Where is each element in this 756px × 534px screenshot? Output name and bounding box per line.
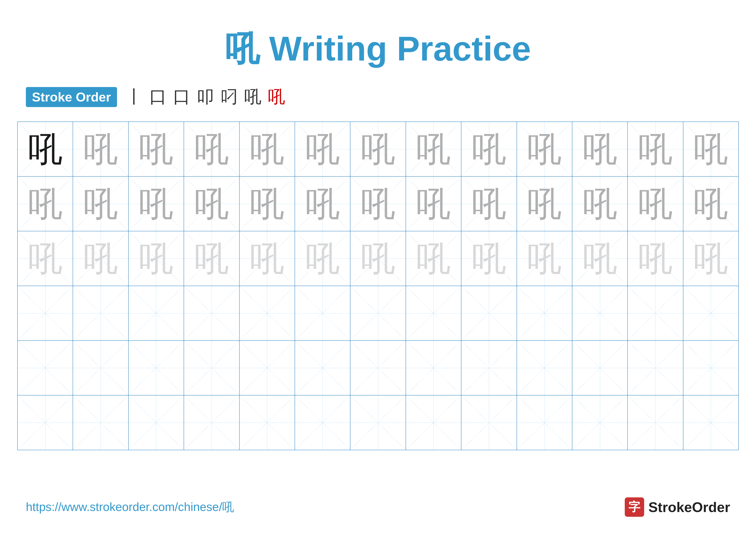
grid-cell-0-12[interactable]: 吼 xyxy=(683,122,738,176)
grid-cell-2-3[interactable]: 吼 xyxy=(184,231,239,286)
grid-cell-0-1[interactable]: 吼 xyxy=(73,122,128,176)
grid-cell-1-2[interactable]: 吼 xyxy=(129,177,184,231)
stroke-sequence: 丨 ⼝ 口 叩 叼 吼 吼 xyxy=(126,85,285,109)
grid-cell-3-8[interactable] xyxy=(461,286,517,340)
grid-cell-4-7[interactable] xyxy=(406,341,461,395)
grid-cell-2-7[interactable]: 吼 xyxy=(406,231,461,286)
grid-cell-4-8[interactable] xyxy=(461,341,517,395)
grid-cell-4-12[interactable] xyxy=(683,341,738,395)
stroke-order-badge: Stroke Order xyxy=(26,87,117,107)
grid-cell-2-0[interactable]: 吼 xyxy=(18,231,73,286)
grid-cell-0-0[interactable]: 吼 xyxy=(18,122,73,176)
grid-cell-0-6[interactable]: 吼 xyxy=(350,122,406,176)
grid-cell-2-4[interactable]: 吼 xyxy=(240,231,295,286)
grid-cell-3-0[interactable] xyxy=(18,286,73,340)
char-0-8: 吼 xyxy=(472,132,506,166)
grid-cell-5-9[interactable] xyxy=(517,395,572,450)
grid-cell-4-1[interactable] xyxy=(73,341,128,395)
char-0-2: 吼 xyxy=(139,132,173,166)
grid-cell-0-9[interactable]: 吼 xyxy=(517,122,572,176)
char-2-10: 吼 xyxy=(583,241,617,276)
grid-cell-3-1[interactable] xyxy=(73,286,128,340)
grid-cell-3-6[interactable] xyxy=(350,286,406,340)
grid-cell-2-6[interactable]: 吼 xyxy=(350,231,406,286)
grid-cell-4-6[interactable] xyxy=(350,341,406,395)
grid-cell-2-11[interactable]: 吼 xyxy=(628,231,683,286)
grid-cell-5-4[interactable] xyxy=(240,395,295,450)
grid-cell-2-10[interactable]: 吼 xyxy=(572,231,628,286)
grid-cell-1-12[interactable]: 吼 xyxy=(683,177,738,231)
stroke-step-6: 吼 xyxy=(244,85,261,109)
grid-cell-2-12[interactable]: 吼 xyxy=(683,231,738,286)
grid-cell-5-8[interactable] xyxy=(461,395,517,450)
grid-cell-2-5[interactable]: 吼 xyxy=(295,231,350,286)
char-0-9: 吼 xyxy=(527,132,562,166)
grid-cell-4-11[interactable] xyxy=(628,341,683,395)
grid-cell-0-11[interactable]: 吼 xyxy=(628,122,683,176)
grid-cell-5-2[interactable] xyxy=(129,395,184,450)
grid-cell-1-7[interactable]: 吼 xyxy=(406,177,461,231)
grid-cell-5-7[interactable] xyxy=(406,395,461,450)
grid-cell-1-0[interactable]: 吼 xyxy=(18,177,73,231)
char-1-4: 吼 xyxy=(250,187,284,221)
char-0-12: 吼 xyxy=(693,132,728,166)
char-2-12: 吼 xyxy=(693,241,728,276)
char-0-6: 吼 xyxy=(361,132,395,166)
grid-cell-3-4[interactable] xyxy=(240,286,295,340)
grid-cell-1-4[interactable]: 吼 xyxy=(240,177,295,231)
grid-cell-1-10[interactable]: 吼 xyxy=(572,177,628,231)
page-title: 吼 Writing Practice xyxy=(0,0,756,85)
grid-cell-0-3[interactable]: 吼 xyxy=(184,122,239,176)
grid-cell-2-1[interactable]: 吼 xyxy=(73,231,128,286)
grid-cell-4-0[interactable] xyxy=(18,341,73,395)
grid-cell-1-8[interactable]: 吼 xyxy=(461,177,517,231)
grid-cell-2-8[interactable]: 吼 xyxy=(461,231,517,286)
grid-cell-4-4[interactable] xyxy=(240,341,295,395)
grid-cell-5-5[interactable] xyxy=(295,395,350,450)
grid-cell-2-9[interactable]: 吼 xyxy=(517,231,572,286)
grid-cell-3-9[interactable] xyxy=(517,286,572,340)
char-0-4: 吼 xyxy=(250,132,284,166)
grid-cell-5-1[interactable] xyxy=(73,395,128,450)
grid-cell-0-4[interactable]: 吼 xyxy=(240,122,295,176)
grid-cell-5-12[interactable] xyxy=(683,395,738,450)
grid-cell-0-2[interactable]: 吼 xyxy=(129,122,184,176)
grid-cell-4-3[interactable] xyxy=(184,341,239,395)
grid-cell-5-6[interactable] xyxy=(350,395,406,450)
grid-row-4 xyxy=(18,341,738,395)
char-0-0: 吼 xyxy=(28,132,63,166)
grid-cell-4-2[interactable] xyxy=(129,341,184,395)
grid-row-2: 吼吼吼吼吼吼吼吼吼吼吼吼吼 xyxy=(18,231,738,286)
grid-cell-5-11[interactable] xyxy=(628,395,683,450)
grid-cell-1-11[interactable]: 吼 xyxy=(628,177,683,231)
grid-cell-3-12[interactable] xyxy=(683,286,738,340)
grid-cell-4-10[interactable] xyxy=(572,341,628,395)
grid-cell-1-5[interactable]: 吼 xyxy=(295,177,350,231)
grid-cell-5-10[interactable] xyxy=(572,395,628,450)
grid-cell-3-7[interactable] xyxy=(406,286,461,340)
grid-cell-3-10[interactable] xyxy=(572,286,628,340)
grid-cell-4-5[interactable] xyxy=(295,341,350,395)
grid-cell-3-11[interactable] xyxy=(628,286,683,340)
char-1-9: 吼 xyxy=(527,187,562,221)
grid-cell-1-1[interactable]: 吼 xyxy=(73,177,128,231)
grid-cell-0-8[interactable]: 吼 xyxy=(461,122,517,176)
grid-cell-3-3[interactable] xyxy=(184,286,239,340)
grid-cell-0-10[interactable]: 吼 xyxy=(572,122,628,176)
grid-cell-1-3[interactable]: 吼 xyxy=(184,177,239,231)
grid-cell-0-5[interactable]: 吼 xyxy=(295,122,350,176)
grid-cell-1-9[interactable]: 吼 xyxy=(517,177,572,231)
grid-cell-0-7[interactable]: 吼 xyxy=(406,122,461,176)
char-2-7: 吼 xyxy=(416,241,451,276)
grid-cell-3-2[interactable] xyxy=(129,286,184,340)
char-2-4: 吼 xyxy=(250,241,284,276)
char-1-10: 吼 xyxy=(583,187,617,221)
grid-cell-3-5[interactable] xyxy=(295,286,350,340)
char-1-0: 吼 xyxy=(28,187,63,221)
grid-cell-5-3[interactable] xyxy=(184,395,239,450)
grid-cell-1-6[interactable]: 吼 xyxy=(350,177,406,231)
grid-cell-2-2[interactable]: 吼 xyxy=(129,231,184,286)
grid-cell-5-0[interactable] xyxy=(18,395,73,450)
grid-cell-4-9[interactable] xyxy=(517,341,572,395)
char-2-5: 吼 xyxy=(305,241,340,276)
